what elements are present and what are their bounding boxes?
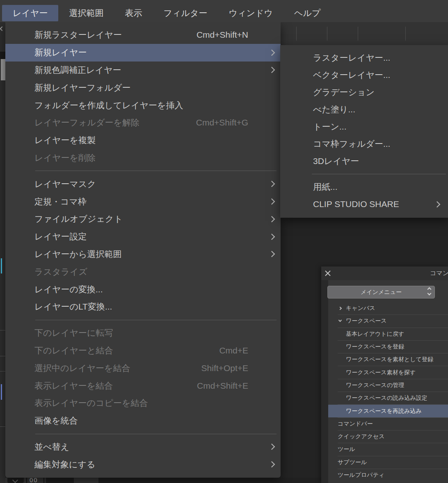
divider [26,478,27,483]
edge-tick [0,426,5,427]
submenu-arrow-icon [269,444,275,450]
menu-bar: レイヤー 選択範囲 表示 フィルター ウィンドウ ヘルプ [0,0,448,22]
tree-item-manage-workspace[interactable]: ワークスペースの管理 [328,379,448,392]
menubar-item-view[interactable]: 表示 [114,5,153,21]
menu-separator [35,171,277,171]
tree-item-reset-layout[interactable]: 基本レイアウトに戻す [328,328,448,340]
menu-item-new-correction-layer[interactable]: 新規色調補正レイヤー [5,62,281,79]
menubar-item-window[interactable]: ウィンドウ [218,5,283,21]
shortcut-label: Cmd+Shift+G [196,118,248,128]
left-panel-edge [0,22,5,483]
menu-item-new-layer-folder[interactable]: 新規レイヤーフォルダー [5,79,281,96]
blend-mode-chevron-fragment[interactable] [7,478,24,483]
menu-item-new-layer[interactable]: 新規レイヤー [5,44,281,62]
chevron-down-icon [338,319,342,322]
toolbar-separator [405,27,406,41]
scrollbar-thumb[interactable] [1,59,5,80]
submenu-item-fill[interactable]: べた塗り... [280,101,448,118]
panel-gutter [321,280,328,483]
tree-item-workspace-load-settings[interactable]: ワークスペースの読み込み設定 [328,392,448,404]
edge-tick [0,371,5,371]
new-layer-submenu: ラスターレイヤー... ベクターレイヤー... グラデーション べた塗り... … [280,45,448,218]
submenu-arrow-icon [434,201,441,207]
menu-separator [35,434,277,434]
tree-item-tool[interactable]: ツール [328,443,448,456]
submenu-arrow-icon [269,181,275,187]
submenu-arrow-icon [269,216,275,223]
menu-item-ruler-frame[interactable]: 定規・コマ枠 [5,193,281,210]
menu-separator [35,320,277,320]
submenu-item-3d-layer[interactable]: 3Dレイヤー [280,153,448,170]
slider-fragment[interactable] [46,478,74,483]
layer-menu-dropdown: 新規ラスターレイヤー Cmd+Shift+N 新規レイヤー 新規色調補正レイヤー… [5,22,281,478]
tree-item-tool-property[interactable]: ツールプロパティ [328,469,448,481]
panel-title-bar: コマンド [321,267,448,280]
tree-item-subtool[interactable]: サブツール [328,456,448,469]
menu-item-file-object[interactable]: ファイルオブジェクト [5,210,281,228]
close-icon[interactable] [325,270,331,277]
submenu-arrow-icon [269,461,275,468]
menu-item-rasterize: ラスタライズ [5,263,281,280]
submenu-arrow-icon [269,67,275,73]
tree-item-register-workspace[interactable]: ワークスペースを登録 [328,341,448,353]
menu-item-convert-layer[interactable]: レイヤーの変換... [5,280,281,298]
category-dropdown[interactable]: メインメニュー [327,286,435,298]
menu-item-flatten-image[interactable]: 画像を統合 [5,412,281,430]
blue-marker [1,384,2,400]
opacity-value-fragment: 00 [30,478,38,483]
shortcut-label: Cmd+Shift+E [197,381,248,391]
divider [43,478,44,483]
edge-tick [0,356,5,356]
tree-item-register-workspace-material[interactable]: ワークスペースを素材として登録 [328,353,448,366]
submenu-arrow-icon [269,49,275,56]
tree-item-command-bar[interactable]: コマンドバー [328,418,448,430]
menubar-item-selection[interactable]: 選択範囲 [58,5,114,21]
menu-item-delete-layer: レイヤーを削除 [5,149,281,167]
command-bar-settings-panel: コマンド メインメニュー キャンバス ワークスペース 基本レイアウトに戻す [321,267,448,483]
submenu-item-tone[interactable]: トーン... [280,118,448,135]
submenu-item-gradient[interactable]: グラデーション [280,84,448,101]
menubar-item-help[interactable]: ヘルプ [283,5,331,21]
menubar-item-filter[interactable]: フィルター [153,5,218,21]
submenu-item-paper[interactable]: 用紙... [280,178,448,196]
shortcut-label: Shift+Opt+E [201,363,248,373]
submenu-item-frame-folder[interactable]: コマ枠フォルダー... [280,135,448,153]
menu-item-layer-mask[interactable]: レイヤーマスク [5,175,281,193]
submenu-item-raster-layer[interactable]: ラスターレイヤー... [280,49,448,66]
menu-item-lt-convert-layer[interactable]: レイヤーのLT変換... [5,298,281,316]
panel-title: コマンド [430,269,448,277]
bottom-ui-fragment: 00 [0,478,321,483]
menubar-item-layer[interactable]: レイヤー [2,5,58,21]
menu-item-transfer-to-lower: 下のレイヤーに転写 [5,324,281,342]
menu-item-merge-visible: 表示レイヤーを結合 Cmd+Shift+E [5,377,281,394]
chevron-right-icon [338,307,342,310]
tree-item-canvas[interactable]: キャンバス [328,302,448,314]
chevron-up-icon [427,287,432,292]
toolbar-separator [358,27,358,41]
submenu-arrow-icon [269,233,275,240]
tree-item-reload-workspace[interactable]: ワークスペースを再読み込み [328,405,448,417]
menu-item-arrange[interactable]: 並べ替え [5,438,281,456]
menu-item-duplicate-layer[interactable]: レイヤーを複製 [5,132,281,149]
collapse-chevron-icon[interactable] [0,26,5,31]
command-tree: キャンバス ワークスペース 基本レイアウトに戻す ワークスペースを登録 ワークス… [328,302,448,481]
submenu-item-vector-layer[interactable]: ベクターレイヤー... [280,66,448,84]
panel-body: メインメニュー キャンバス ワークスペース 基本レイアウトに戻す ワークスペ [321,280,448,483]
menu-item-set-as-editing-target[interactable]: 編集対象にする [5,456,281,473]
shortcut-label: Cmd+E [219,346,248,355]
dropdown-value: メインメニュー [361,289,402,296]
tree-item-workspace[interactable]: ワークスペース [328,315,448,327]
tree-item-quick-access[interactable]: クイックアクセス [328,431,448,443]
edge-tick [0,330,5,330]
toolbar-separator [327,27,327,41]
menu-item-create-folder-insert-layer[interactable]: フォルダーを作成してレイヤーを挿入 [5,96,281,114]
menu-item-release-layer-folder: レイヤーフォルダーを解除 Cmd+Shift+G [5,114,281,132]
menu-item-layer-settings[interactable]: レイヤー設定 [5,228,281,246]
submenu-item-clip-studio-share[interactable]: CLIP STUDIO SHARE [280,196,448,213]
tree-item-search-workspace-material[interactable]: ワークスペース素材を探す [328,366,448,378]
menu-item-selection-from-layer[interactable]: レイヤーから選択範囲 [5,246,281,263]
cyan-marker [1,258,2,273]
menu-item-new-raster-layer[interactable]: 新規ラスターレイヤー Cmd+Shift+N [5,26,281,44]
submenu-arrow-icon [269,251,275,257]
bottom-dark-area [98,478,321,483]
